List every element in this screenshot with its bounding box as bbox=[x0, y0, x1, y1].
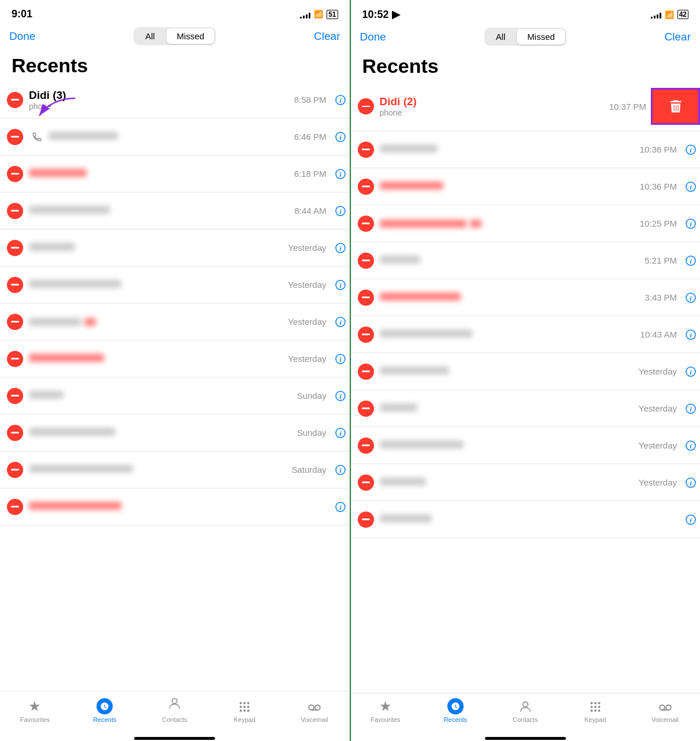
minus-btn-9-left[interactable] bbox=[7, 388, 23, 404]
info-icon-6-right[interactable]: i bbox=[682, 288, 700, 307]
minus-btn-10-left[interactable] bbox=[7, 425, 23, 441]
minus-btn-7-left[interactable] bbox=[7, 314, 23, 330]
seg-missed-right[interactable]: Missed bbox=[517, 29, 565, 45]
call-row-7-left[interactable]: Yesterday i bbox=[0, 303, 350, 340]
info-icon-7-left[interactable]: i bbox=[331, 313, 350, 331]
call-row-6-right[interactable]: 3:43 PM i bbox=[351, 279, 701, 316]
minus-btn-6-right[interactable] bbox=[358, 290, 374, 306]
clear-button-left[interactable]: Clear bbox=[314, 30, 340, 43]
tab-voicemail-right[interactable]: Voicemail bbox=[648, 699, 683, 723]
call-row-4-right[interactable]: 10:25 PM i bbox=[351, 205, 701, 242]
info-icon-didi-left[interactable]: i bbox=[331, 91, 350, 109]
seg-all-left[interactable]: All bbox=[135, 28, 165, 44]
tab-recents-left[interactable]: Recents bbox=[87, 698, 122, 723]
info-icon-12-left[interactable]: i bbox=[331, 498, 350, 516]
call-info-8-left bbox=[29, 354, 288, 364]
call-row-8-right[interactable]: Yesterday i bbox=[351, 353, 701, 390]
info-icon-7-right[interactable]: i bbox=[682, 325, 700, 344]
info-icon-3-left[interactable]: i bbox=[331, 165, 350, 183]
info-icon-8-right[interactable]: i bbox=[682, 362, 700, 381]
minus-btn-4-left[interactable] bbox=[7, 203, 23, 219]
blurred-name-6-right bbox=[380, 292, 461, 301]
minus-btn-3-left[interactable] bbox=[7, 166, 23, 182]
call-time-4-right: 10:25 PM bbox=[640, 218, 677, 228]
minus-btn-12-left[interactable] bbox=[7, 499, 23, 515]
call-row-didi-left[interactable]: Didi (3) phone 8:58 PM i bbox=[0, 81, 350, 118]
info-icon-2-left[interactable]: i bbox=[331, 128, 350, 146]
tab-keypad-left[interactable]: Keypad bbox=[227, 699, 262, 723]
info-icon-11-right[interactable]: i bbox=[682, 473, 700, 492]
info-icon-2-right[interactable]: i bbox=[682, 140, 700, 159]
minus-btn-2-left[interactable] bbox=[7, 129, 23, 145]
blurred-name-2-left bbox=[49, 132, 118, 140]
minus-btn-didi-right[interactable] bbox=[358, 98, 374, 114]
info-icon-5-right[interactable]: i bbox=[682, 251, 700, 270]
done-button-right[interactable]: Done bbox=[360, 31, 386, 43]
home-indicator-left bbox=[134, 737, 215, 740]
info-icon-12-right[interactable]: i bbox=[682, 510, 700, 529]
info-icon-10-left[interactable]: i bbox=[331, 424, 350, 442]
call-row-4-left[interactable]: 8:44 AM i bbox=[0, 192, 350, 229]
info-icon-10-right[interactable]: i bbox=[682, 436, 700, 455]
call-row-11-right[interactable]: Yesterday i bbox=[351, 464, 701, 501]
minus-btn-8-left[interactable] bbox=[7, 351, 23, 367]
seg-all-right[interactable]: All bbox=[486, 29, 516, 45]
svg-text:i: i bbox=[690, 183, 692, 190]
call-row-10-left[interactable]: Sunday i bbox=[0, 414, 350, 451]
info-icon-8-left[interactable]: i bbox=[331, 350, 350, 368]
minus-btn-11-right[interactable] bbox=[358, 475, 374, 491]
info-icon-4-right[interactable]: i bbox=[682, 214, 700, 233]
info-icon-3-right[interactable]: i bbox=[682, 177, 700, 196]
minus-btn-4-right[interactable] bbox=[358, 216, 374, 232]
call-row-9-left[interactable]: Sunday i bbox=[0, 377, 350, 414]
tab-favourites-left[interactable]: ★ Favourites bbox=[17, 698, 52, 723]
info-icon-4-left[interactable]: i bbox=[331, 202, 350, 220]
call-row-12-left[interactable]: i bbox=[0, 488, 350, 525]
info-icon-11-left[interactable]: i bbox=[331, 461, 350, 479]
minus-btn-2-right[interactable] bbox=[358, 142, 374, 158]
minus-btn-6-left[interactable] bbox=[7, 277, 23, 293]
minus-btn-didi-left[interactable] bbox=[7, 92, 23, 108]
info-icon-5-left[interactable]: i bbox=[331, 239, 350, 257]
done-button-left[interactable]: Done bbox=[9, 30, 35, 43]
call-row-8-left[interactable]: Yesterday i bbox=[0, 340, 350, 377]
tab-voicemail-left[interactable]: Voicemail bbox=[297, 699, 332, 723]
call-row-9-right[interactable]: Yesterday i bbox=[351, 390, 701, 427]
minus-btn-9-right[interactable] bbox=[358, 401, 374, 417]
call-row-3-left[interactable]: 6:18 PM i bbox=[0, 155, 350, 192]
svg-point-64 bbox=[590, 706, 592, 708]
info-icon-9-left[interactable]: i bbox=[331, 387, 350, 405]
minus-btn-7-right[interactable] bbox=[358, 327, 374, 343]
call-row-2-left[interactable]: 6:46 PM i bbox=[0, 118, 350, 155]
tab-contacts-left[interactable]: Contacts bbox=[157, 696, 192, 723]
tab-contacts-right[interactable]: Contacts bbox=[508, 699, 543, 723]
delete-button-right[interactable] bbox=[651, 88, 700, 125]
call-row-didi-right[interactable]: Didi (2) phone 10:37 PM bbox=[351, 82, 701, 131]
minus-btn-5-right[interactable] bbox=[358, 253, 374, 269]
call-row-7-right[interactable]: 10:43 AM i bbox=[351, 316, 701, 353]
minus-btn-12-right[interactable] bbox=[358, 512, 374, 528]
minus-btn-11-left[interactable] bbox=[7, 462, 23, 478]
minus-btn-8-right[interactable] bbox=[358, 364, 374, 380]
tab-recents-right[interactable]: Recents bbox=[438, 698, 473, 723]
seg-missed-left[interactable]: Missed bbox=[166, 28, 215, 44]
call-row-10-right[interactable]: Yesterday i bbox=[351, 427, 701, 464]
call-row-3-right[interactable]: 10:36 PM i bbox=[351, 168, 701, 205]
tab-favourites-right[interactable]: ★ Favourites bbox=[368, 698, 403, 723]
info-icon-6-left[interactable]: i bbox=[331, 276, 350, 294]
blurred-name-5-left bbox=[29, 243, 75, 251]
call-row-5-left[interactable]: Yesterday i bbox=[0, 229, 350, 266]
call-row-2-right[interactable]: 10:36 PM i bbox=[351, 131, 701, 168]
minus-btn-5-left[interactable] bbox=[7, 240, 23, 256]
tab-keypad-right[interactable]: Keypad bbox=[578, 699, 613, 723]
clear-button-right[interactable]: Clear bbox=[665, 31, 691, 43]
minus-btn-10-right[interactable] bbox=[358, 438, 374, 454]
call-row-12-right[interactable]: i bbox=[351, 501, 701, 538]
blurred-name-4-left bbox=[29, 206, 110, 214]
voicemail-icon-left bbox=[307, 699, 322, 714]
minus-btn-3-right[interactable] bbox=[358, 179, 374, 195]
info-icon-9-right[interactable]: i bbox=[682, 399, 700, 418]
call-row-11-left[interactable]: Saturday i bbox=[0, 451, 350, 488]
call-row-6-left[interactable]: Yesterday i bbox=[0, 266, 350, 303]
call-row-5-right[interactable]: 5:21 PM i bbox=[351, 242, 701, 279]
